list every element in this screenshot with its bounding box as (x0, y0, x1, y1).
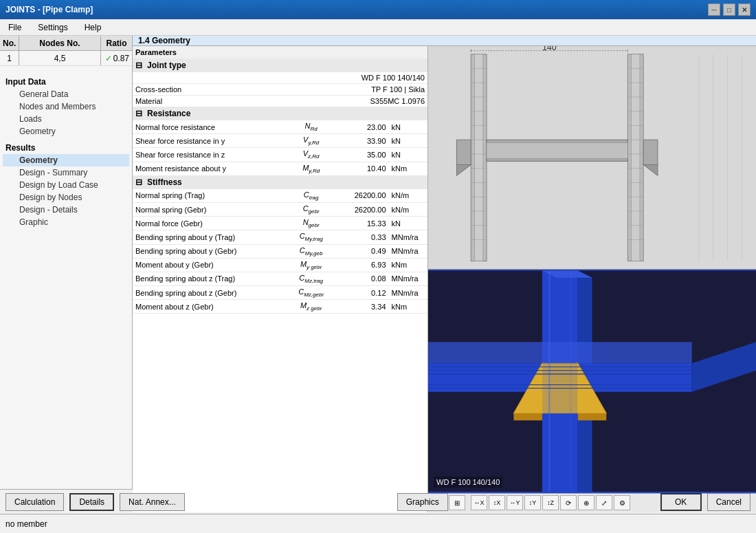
nav-results-geometry[interactable]: Geometry (3, 154, 129, 166)
table-data-row[interactable]: 1 4,5 ✓ 0.87 (0, 51, 132, 66)
col-nodes: Nodes No. (19, 36, 101, 50)
viewport-top[interactable]: 140 (428, 46, 756, 270)
window-controls: ─ □ ✕ (708, 3, 751, 16)
technical-drawing-svg: 140 (428, 46, 756, 269)
ok-button[interactable]: OK (660, 493, 702, 511)
stiffness-row-0: Normal spring (Trag) Ctrag 26200.00 kN/m (133, 188, 427, 202)
table-header: No. Nodes No. Ratio (0, 36, 132, 51)
resistance-row-1: Shear force resistance in y Vy,Rd 33.90 … (133, 134, 427, 148)
content-area: 1.4 Geometry Parameters ⊟ Joint type (133, 36, 756, 489)
nav-design-nodes[interactable]: Design by Nodes (3, 191, 129, 204)
vp-btn-y[interactable]: ↕X (489, 495, 505, 510)
stiffness-row-4: Bending spring about y (Gebr) CMy,geb 0.… (133, 244, 427, 258)
svg-marker-55 (578, 413, 606, 420)
stiffness-row-7: Bending spring about z (Gebr) CMz,gebr 0… (133, 286, 427, 300)
col-ratio: Ratio (101, 36, 132, 50)
stiffness-section-label: ⊟ Stiffness (133, 175, 427, 188)
menu-help[interactable]: Help (79, 21, 107, 34)
svg-marker-51 (428, 342, 692, 364)
params-panel: Parameters ⊟ Joint type WD F 100 140/140 (133, 46, 428, 512)
joint-type-row: WD F 100 140/140 (133, 72, 427, 84)
viewport-area: 140 (428, 46, 756, 512)
content-body: Parameters ⊟ Joint type WD F 100 140/140 (133, 46, 756, 512)
vp-btn-yz[interactable]: ↔Y (507, 495, 523, 510)
nav-results-section: Results (3, 142, 129, 154)
nav-nodes-members[interactable]: Nodes and Members (3, 100, 129, 113)
collapse-joint-type[interactable]: ⊟ (135, 61, 142, 70)
minimize-button[interactable]: ─ (708, 3, 720, 16)
row-no: 1 (0, 51, 19, 65)
nav-graphic[interactable]: Graphic (3, 216, 129, 228)
collapse-resistance[interactable]: ⊟ (135, 109, 142, 118)
resistance-section-row: ⊟ Resistance (133, 107, 427, 120)
resistance-row-2: Shear force resistance in z Vz,Rd 35.00 … (133, 148, 427, 162)
params-table: Parameters ⊟ Joint type WD F 100 140/140 (133, 46, 427, 314)
nav-tree: Input Data General Data Nodes and Member… (0, 66, 132, 489)
window-title: JOINTS - [Pipe Clamp] (5, 5, 93, 14)
close-button[interactable]: ✕ (738, 3, 751, 16)
left-panel: No. Nodes No. Ratio 1 4,5 ✓ 0.87 Input D… (0, 36, 133, 489)
stiffness-row-8: Moment about z (Gebr) Mz gebr 3.34 kNm (133, 300, 427, 314)
status-text: no member (5, 519, 47, 529)
nav-design-details[interactable]: Design - Details (3, 204, 129, 216)
viewport-label: WD F 100 140/140 (434, 477, 502, 488)
calculation-button[interactable]: Calculation (5, 493, 64, 511)
menu-bar: File Settings Help (0, 19, 756, 36)
joint-type-section-label: ⊟ Joint type (133, 59, 427, 72)
vp-btn-rotate[interactable]: ⟳ (560, 495, 577, 510)
vp-btn-zoom[interactable]: ⊕ (578, 495, 594, 510)
row-ratio: ✓ 0.87 (101, 51, 132, 65)
stiffness-row-3: Bending spring about y (Trag) CMy,trag 0… (133, 230, 427, 244)
vp-btn-settings[interactable]: ⚙ (614, 495, 630, 510)
resistance-row-0: Normal force resistance NRd 23.00 kN (133, 120, 427, 134)
vp-btn-pan[interactable]: ⊞ (449, 495, 465, 510)
svg-rect-32 (487, 142, 627, 158)
stiffness-row-2: Normal force (Gebr) Ngebr 15.33 kN (133, 217, 427, 230)
svg-rect-2 (474, 54, 482, 261)
nav-geometry[interactable]: Geometry (3, 125, 129, 138)
svg-rect-17 (632, 54, 640, 261)
vp-btn-z[interactable]: ↕Z (542, 495, 559, 510)
content-header: 1.4 Geometry (133, 36, 756, 46)
nav-design-load-case[interactable]: Design by Load Case (3, 179, 129, 191)
stiffness-row-5: Moment about y (Gebr) My gebr 6.93 kNm (133, 258, 427, 272)
col-no: No. (0, 36, 19, 50)
nav-loads[interactable]: Loads (3, 113, 129, 125)
stiffness-row-6: Bending spring about z (Trag) CMz,trag 0… (133, 272, 427, 285)
svg-marker-33 (456, 140, 471, 164)
nav-design-summary[interactable]: Design - Summary (3, 166, 129, 179)
row-nodes: 4,5 (19, 51, 101, 65)
vp-btn-fit[interactable]: ⤢ (596, 495, 612, 510)
stiffness-section-row: ⊟ Stiffness (133, 175, 427, 188)
svg-marker-35 (643, 140, 658, 164)
menu-file[interactable]: File (3, 21, 27, 34)
vp-btn-x[interactable]: ↔X (471, 495, 487, 510)
resistance-section-label: ⊟ Resistance (133, 107, 427, 120)
vp-btn-xz[interactable]: ↕Y (524, 495, 541, 510)
graphics-button[interactable]: Graphics (397, 493, 448, 511)
viewport-bottom[interactable]: WD F 100 140/140 (428, 270, 756, 492)
nav-input-section: Input Data (3, 76, 129, 88)
maximize-button[interactable]: □ (723, 3, 735, 16)
title-bar: JOINTS - [Pipe Clamp] ─ □ ✕ (0, 0, 756, 19)
collapse-stiffness[interactable]: ⊟ (135, 177, 142, 187)
params-header: Parameters (133, 46, 427, 59)
3d-render-svg (428, 270, 756, 492)
status-bar: no member (0, 514, 756, 533)
main-content: No. Nodes No. Ratio 1 4,5 ✓ 0.87 Input D… (0, 36, 756, 489)
cross-section-row: Cross-section TP F 100 | Sikla (133, 84, 427, 96)
check-icon: ✓ (105, 54, 112, 63)
svg-marker-53 (513, 413, 542, 420)
nat-annex-button[interactable]: Nat. Annex... (120, 493, 185, 511)
cancel-button[interactable]: Cancel (707, 493, 751, 511)
menu-settings[interactable]: Settings (32, 21, 73, 34)
svg-text:140: 140 (542, 46, 557, 52)
details-button[interactable]: Details (69, 493, 114, 511)
material-row: Material S355MC 1.0976 (133, 96, 427, 107)
joint-type-section-row: ⊟ Joint type (133, 59, 427, 72)
content-title: 1.4 Geometry (138, 36, 190, 45)
nav-general-data[interactable]: General Data (3, 88, 129, 100)
stiffness-row-1: Normal spring (Gebr) Cgebr 26200.00 kN/m (133, 202, 427, 216)
resistance-row-3: Moment resistance about y My,Rd 10.40 kN… (133, 162, 427, 175)
